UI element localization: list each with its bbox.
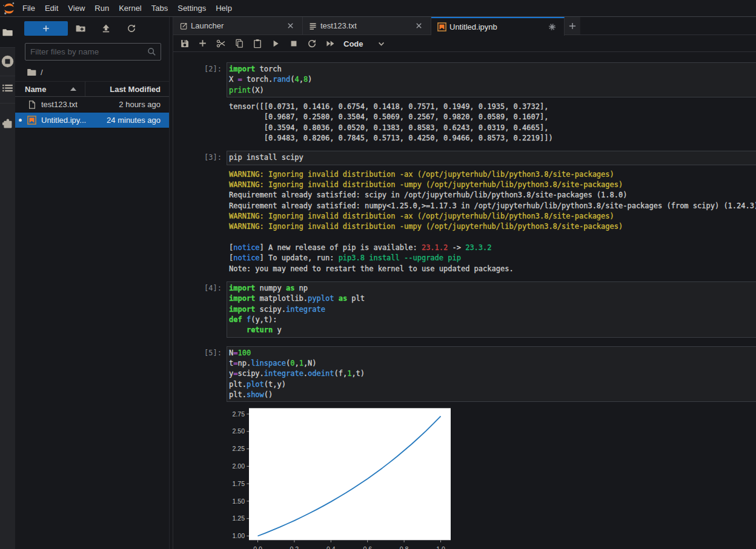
filter-box <box>25 43 161 61</box>
new-folder-icon <box>76 24 85 33</box>
notebook-cell[interactable]: [2]:import torchX = torch.rand(4,8)print… <box>173 62 756 143</box>
run-all-icon <box>325 39 335 48</box>
menu-help[interactable]: Help <box>211 0 237 16</box>
cell-outputs: tensor([[0.0731, 0.1416, 0.6754, 0.1418,… <box>173 102 756 143</box>
tab-launcher[interactable]: Launcher <box>173 17 303 35</box>
file-icon <box>27 100 37 110</box>
file-list: test123.txt2 hours agoUntitled.ipy...24 … <box>15 97 169 128</box>
tab-test123-txt[interactable]: test123.txt <box>303 17 431 35</box>
tab-label: Untitled.ipynb <box>449 22 497 31</box>
column-header-name[interactable]: Name <box>15 82 85 96</box>
menu-view[interactable]: View <box>63 0 90 16</box>
svg-text:0.0: 0.0 <box>253 545 262 549</box>
jupyter-logo <box>3 2 15 15</box>
notebook-cell[interactable]: [5]:N=100t=np.linspace(0,1,N)y=scipy.int… <box>173 346 756 549</box>
activity-folder[interactable] <box>0 17 15 48</box>
notebook: [2]:import torchX = torch.rand(4,8)print… <box>173 52 756 549</box>
file-name: Untitled.ipy... <box>41 116 86 125</box>
input-prompt: [3]: <box>173 151 227 165</box>
restart-kernel-button[interactable] <box>307 39 317 48</box>
svg-text:0.8: 0.8 <box>400 545 409 549</box>
upload-button[interactable] <box>93 21 119 36</box>
add-cell-button[interactable] <box>198 39 208 48</box>
cell-type-value: Code <box>343 39 363 48</box>
svg-text:1.00: 1.00 <box>233 532 245 539</box>
notebook-cell[interactable]: [3]:pip install scipyWARNING: Ignoring i… <box>173 151 756 274</box>
menu-settings[interactable]: Settings <box>173 0 211 16</box>
run-button[interactable] <box>271 39 280 48</box>
tab-untitled-ipynb[interactable]: Untitled.ipynb <box>431 17 565 36</box>
tab-label: Launcher <box>191 21 224 30</box>
menu-tabs[interactable]: Tabs <box>147 0 173 16</box>
menu-bar: FileEditViewRunKernelTabsSettingsHelp <box>0 0 756 17</box>
breadcrumb-root[interactable]: / <box>41 68 43 77</box>
save-icon <box>180 39 190 48</box>
input-prompt: [2]: <box>173 62 227 97</box>
run-all-button[interactable] <box>325 39 335 48</box>
cell-editor[interactable]: pip install scipy <box>227 151 756 165</box>
svg-text:2.50: 2.50 <box>233 428 245 435</box>
column-header-modified[interactable]: Last Modified <box>85 85 169 94</box>
close-icon[interactable] <box>415 22 423 30</box>
add-tab-button[interactable] <box>565 17 580 35</box>
svg-text:2.00: 2.00 <box>233 462 245 470</box>
main-dock-panel: Launchertest123.txtUntitled.ipynb Code [… <box>173 17 756 549</box>
refresh-button[interactable] <box>119 21 144 36</box>
filter-files-input[interactable] <box>25 47 147 56</box>
running-indicator-dot <box>19 119 22 122</box>
tab-bar: Launchertest123.txtUntitled.ipynb <box>173 17 756 36</box>
chevron-down-icon <box>363 40 385 48</box>
notebook-cell[interactable]: [4]:import numpy as npimport matplotlib.… <box>173 281 756 338</box>
file-row[interactable]: test123.txt2 hours ago <box>15 97 169 113</box>
menu-items: FileEditViewRunKernelTabsSettingsHelp <box>18 0 237 16</box>
menu-edit[interactable]: Edit <box>40 0 63 16</box>
stop-button[interactable] <box>289 39 299 48</box>
activity-extension-manager[interactable] <box>0 104 15 145</box>
file-modified: 2 hours ago <box>78 100 169 109</box>
svg-text:2.75: 2.75 <box>233 410 245 418</box>
home-folder-icon[interactable] <box>27 68 36 76</box>
copy-cell-icon <box>234 39 244 48</box>
menu-file[interactable]: File <box>18 0 40 16</box>
activity-table-of-contents[interactable] <box>0 76 15 104</box>
activity-bar <box>0 17 15 549</box>
restart-kernel-icon <box>307 39 317 48</box>
new-launcher-button[interactable] <box>24 21 68 36</box>
dirty-dot-icon[interactable] <box>548 23 556 31</box>
extension-manager-icon <box>2 119 13 130</box>
file-listing-header: Name Last Modified <box>15 81 169 97</box>
svg-text:1.25: 1.25 <box>233 515 245 522</box>
cell-outputs: WARNING: Ignoring invalid distribution -… <box>173 169 756 274</box>
refresh-icon <box>127 24 136 33</box>
cut-cell-icon <box>216 39 226 48</box>
svg-text:1.75: 1.75 <box>233 480 245 487</box>
new-folder-button[interactable] <box>68 21 93 36</box>
table-of-contents-icon <box>2 82 13 94</box>
cell-editor[interactable]: import torchX = torch.rand(4,8)print(X) <box>227 62 756 97</box>
run-icon <box>271 39 280 48</box>
running-sessions-icon <box>1 55 14 68</box>
cut-cell-button[interactable] <box>216 39 226 48</box>
input-prompt: [5]: <box>173 346 227 403</box>
cell-editor[interactable]: import numpy as npimport matplotlib.pypl… <box>227 281 756 338</box>
cell-editor[interactable]: N=100t=np.linspace(0,1,N)y=scipy.integra… <box>227 346 756 403</box>
cell-type-dropdown[interactable]: Code <box>343 39 385 48</box>
tab-bar-spacer <box>580 17 756 35</box>
upload-icon <box>101 24 111 33</box>
save-button[interactable] <box>180 39 190 48</box>
add-cell-icon <box>198 39 208 48</box>
menu-run[interactable]: Run <box>90 0 114 16</box>
menu-kernel[interactable]: Kernel <box>114 0 147 16</box>
tab-label: test123.txt <box>320 21 357 30</box>
file-browser-panel: / Name Last Modified test123.txt2 hours … <box>15 17 170 549</box>
paste-cell-icon <box>253 39 262 48</box>
paste-cell-button[interactable] <box>253 39 262 48</box>
svg-text:1.50: 1.50 <box>233 498 245 505</box>
close-icon[interactable] <box>287 22 294 30</box>
notebook-toolbar: Code <box>173 36 756 52</box>
copy-cell-button[interactable] <box>234 39 244 48</box>
folder-icon <box>2 27 13 38</box>
file-row[interactable]: Untitled.ipy...24 minutes ago <box>15 113 169 128</box>
file-browser-toolbar <box>15 17 169 40</box>
activity-running-sessions[interactable] <box>0 48 15 76</box>
